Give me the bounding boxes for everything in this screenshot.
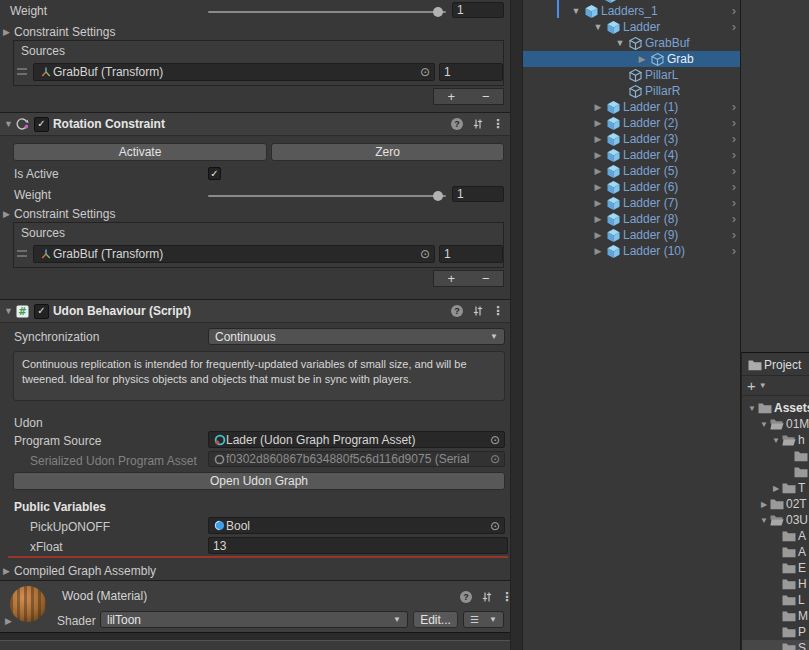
shader-menu-button[interactable]: ☰ ▼	[463, 611, 504, 628]
foldout-arrow-icon[interactable]: ▼	[770, 436, 782, 445]
foldout-arrow-icon[interactable]: ▶	[3, 24, 10, 40]
prefab-open-chevron[interactable]: ›	[732, 115, 736, 131]
compiled-graph-assembly-foldout[interactable]: Compiled Graph Assembly	[14, 563, 156, 579]
prefab-open-chevron[interactable]: ›	[732, 243, 736, 259]
hierarchy-item[interactable]: PillarR	[523, 83, 740, 99]
project-item[interactable]: A	[742, 528, 809, 544]
add-source-button[interactable]: +	[434, 89, 469, 104]
project-item[interactable]: M	[742, 608, 809, 624]
synchronization-dropdown[interactable]: Continuous ▼	[208, 328, 505, 345]
source-object-field[interactable]: GrabBuf (Transform) ⊙	[33, 63, 435, 81]
kebab-menu-icon[interactable]: ⋮	[492, 117, 504, 131]
help-icon[interactable]: ?	[460, 591, 472, 603]
hierarchy-item[interactable]: ▶Ladder (1)›	[523, 99, 740, 115]
shader-dropdown[interactable]: lilToon ▼	[100, 611, 408, 628]
foldout-arrow-icon[interactable]: ▼	[4, 116, 13, 132]
hierarchy-item[interactable]: ▶Ladder (5)›	[523, 163, 740, 179]
project-item[interactable]	[742, 464, 809, 480]
remove-source-button[interactable]: −	[469, 271, 504, 286]
project-tab[interactable]: Project	[742, 354, 809, 376]
hierarchy-item[interactable]: ▶Ladder (6)›	[523, 179, 740, 195]
foldout-arrow-icon[interactable]: ▶	[5, 613, 12, 629]
foldout-arrow-icon[interactable]: ▼	[612, 38, 628, 48]
pickuponoff-field[interactable]: Bool ⊙	[208, 517, 505, 534]
prefab-open-chevron[interactable]: ›	[732, 3, 736, 19]
presets-icon[interactable]	[479, 589, 494, 604]
project-item[interactable]: A	[742, 544, 809, 560]
zero-button[interactable]: Zero	[271, 143, 504, 161]
program-source-field[interactable]: Lader (Udon Graph Program Asset) ⊙	[208, 431, 505, 448]
presets-icon[interactable]	[470, 117, 485, 132]
hierarchy-item[interactable]: ▼Ladder›	[523, 19, 740, 35]
object-picker-icon[interactable]: ⊙	[420, 248, 430, 260]
project-item[interactable]: ▼03U	[742, 512, 809, 528]
project-item[interactable]: P	[742, 624, 809, 640]
source-object-field[interactable]: GrabBuf (Transform) ⊙	[33, 245, 435, 263]
project-item[interactable]: E	[742, 560, 809, 576]
hierarchy-item[interactable]: ▼GrabBuf	[523, 35, 740, 51]
constraint-settings-foldout[interactable]: Constraint Settings	[14, 206, 115, 222]
weight-slider-handle[interactable]	[433, 191, 443, 201]
foldout-arrow-icon[interactable]: ▶	[590, 230, 606, 240]
weight-value-field[interactable]: 1	[452, 2, 504, 18]
shader-edit-button[interactable]: Edit...	[413, 611, 458, 628]
weight-value-field[interactable]: 1	[452, 186, 504, 202]
component-enabled-checkbox[interactable]: ✓	[34, 117, 49, 132]
project-item[interactable]	[742, 448, 809, 464]
chevron-down-icon[interactable]: ▼	[759, 381, 767, 390]
project-item[interactable]: S	[742, 640, 809, 650]
foldout-arrow-icon[interactable]: ▶	[590, 118, 606, 128]
drag-handle-icon[interactable]	[17, 250, 27, 257]
foldout-arrow-icon[interactable]: ▼	[758, 420, 770, 429]
foldout-arrow-icon[interactable]: ▶	[590, 246, 606, 256]
foldout-arrow-icon[interactable]: ▶	[3, 563, 10, 579]
weight-slider[interactable]	[208, 11, 446, 13]
foldout-arrow-icon[interactable]: ▼	[590, 22, 606, 32]
help-icon[interactable]: ?	[451, 118, 463, 130]
foldout-arrow-icon[interactable]: ▶	[770, 484, 782, 493]
project-item[interactable]: ▶02T	[742, 496, 809, 512]
create-asset-button[interactable]: +	[747, 378, 756, 394]
hierarchy-item[interactable]: ▶Ladder (7)›	[523, 195, 740, 211]
prefab-open-chevron[interactable]: ›	[732, 195, 736, 211]
material-preview-sphere[interactable]	[10, 586, 46, 622]
prefab-open-chevron[interactable]: ›	[732, 179, 736, 195]
object-picker-icon[interactable]: ⊙	[490, 434, 500, 446]
kebab-menu-icon[interactable]: ⋮	[492, 304, 504, 318]
foldout-arrow-icon[interactable]: ▶	[590, 166, 606, 176]
source-weight-field[interactable]: 1	[439, 245, 503, 263]
object-picker-icon[interactable]: ⊙	[420, 66, 430, 78]
xfloat-field[interactable]: 13	[208, 537, 508, 554]
hierarchy-item[interactable]: ▼Ladders_1›	[523, 3, 740, 19]
hierarchy-item[interactable]: ▶Grab	[523, 51, 740, 67]
prefab-open-chevron[interactable]: ›	[732, 131, 736, 147]
foldout-arrow-icon[interactable]: ▶	[590, 102, 606, 112]
hierarchy-item[interactable]: ▶Ladder (9)›	[523, 227, 740, 243]
foldout-arrow-icon[interactable]: ▶	[590, 134, 606, 144]
project-item[interactable]: ▶T	[742, 480, 809, 496]
prefab-open-chevron[interactable]: ›	[732, 19, 736, 35]
activate-button[interactable]: Activate	[13, 143, 267, 161]
prefab-open-chevron[interactable]: ›	[732, 99, 736, 115]
foldout-arrow-icon[interactable]: ▶	[590, 198, 606, 208]
project-item[interactable]: ▼h	[742, 432, 809, 448]
foldout-arrow-icon[interactable]: ▼	[4, 303, 13, 319]
hierarchy-item[interactable]: ▶Ladder (10)›	[523, 243, 740, 259]
foldout-arrow-icon[interactable]: ▼	[568, 6, 584, 16]
hierarchy-item[interactable]: ▶Ladder (8)›	[523, 211, 740, 227]
foldout-arrow-icon[interactable]: ▼	[746, 404, 758, 413]
constraint-settings-foldout[interactable]: Constraint Settings	[14, 24, 115, 40]
drag-handle-icon[interactable]	[17, 68, 27, 75]
udon-behaviour-header[interactable]: ▼ # ✓ Udon Behaviour (Script) ? ⋮	[0, 299, 510, 323]
foldout-arrow-icon[interactable]: ▶	[590, 150, 606, 160]
foldout-arrow-icon[interactable]: ▶	[590, 182, 606, 192]
add-source-button[interactable]: +	[434, 271, 469, 286]
foldout-arrow-icon[interactable]: ▶	[3, 206, 10, 222]
project-item[interactable]: ▼Assets	[742, 400, 809, 416]
panel-splitter[interactable]	[510, 0, 523, 650]
prefab-open-chevron[interactable]: ›	[732, 227, 736, 243]
object-picker-icon[interactable]: ⊙	[490, 520, 500, 532]
source-weight-field[interactable]: 1	[439, 63, 503, 81]
project-item[interactable]: L	[742, 592, 809, 608]
foldout-arrow-icon[interactable]: ▶	[634, 54, 650, 64]
